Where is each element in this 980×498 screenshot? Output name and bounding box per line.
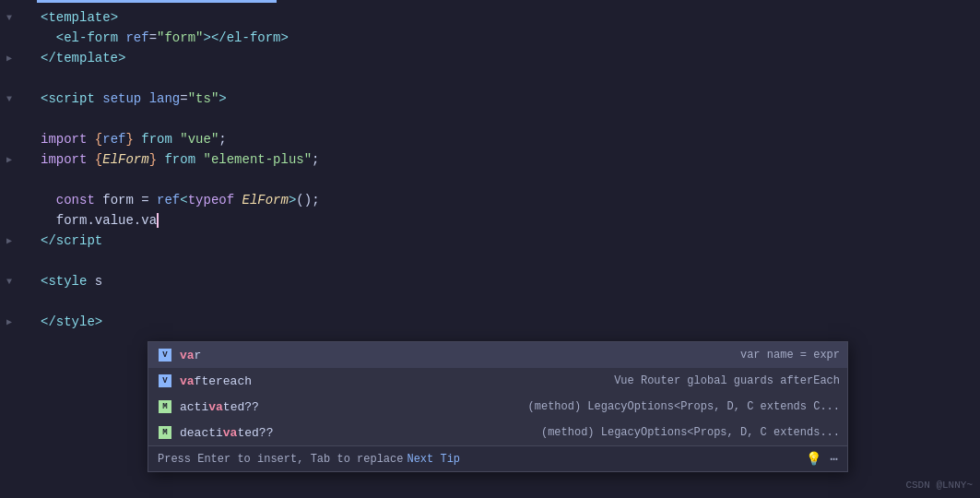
footer-press-text: Press Enter to insert, Tab to replace [158, 453, 403, 466]
code-line-empty [0, 251, 980, 271]
autocomplete-item[interactable]: V var var name = expr [148, 342, 847, 368]
text-cursor [157, 213, 159, 228]
next-tip-button[interactable]: Next Tip [407, 453, 460, 466]
code-line: ▶ </script [0, 231, 980, 251]
autocomplete-item-icon: M [156, 399, 174, 414]
code-content: </template> [37, 48, 125, 68]
autocomplete-item-icon: V [156, 348, 174, 362]
autocomplete-item-icon: V [156, 374, 174, 388]
line-gutter: ▶ [0, 235, 37, 246]
watermark: CSDN @LNNY~ [905, 480, 973, 491]
autocomplete-dropdown: V var var name = expr V vaftereach Vue R… [148, 341, 848, 472]
lightbulb-icon[interactable]: 💡 [805, 450, 823, 468]
code-line: ▼ <template> [0, 7, 980, 28]
autocomplete-item-name: deactivated?? [180, 426, 346, 440]
code-line-empty [0, 170, 980, 190]
code-line: <el-form ref="form"></el-form> [0, 28, 980, 48]
line-gutter: ▼ [0, 93, 37, 104]
fold-icon[interactable]: ▶ [4, 53, 15, 64]
line-gutter: ▼ [0, 276, 37, 287]
autocomplete-footer: Press Enter to insert, Tab to replace Ne… [148, 445, 847, 471]
autocomplete-item-detail: (method) LegacyOptions<Props, D, C exten… [528, 400, 840, 413]
line-gutter: ▼ [0, 12, 37, 23]
code-content: const form = ref<typeof ElForm>(); [37, 190, 320, 210]
fold-icon[interactable]: ▼ [4, 12, 15, 23]
code-content: <template> [37, 7, 118, 28]
code-line: const form = ref<typeof ElForm>(); [0, 190, 980, 210]
code-content: import {ElForm} from "element-plus"; [37, 149, 320, 170]
autocomplete-item-name: activated?? [180, 400, 346, 414]
fold-icon[interactable]: ▼ [4, 276, 15, 287]
autocomplete-item-icon: M [156, 425, 174, 440]
line-gutter: ▶ [0, 316, 37, 327]
editor-area: ▼ <template> <el-form ref="form"></el-fo… [0, 0, 980, 498]
fold-icon[interactable]: ▶ [4, 235, 15, 246]
code-line-empty [0, 291, 980, 312]
code-line: import {ref} from "vue"; [0, 129, 980, 149]
line-gutter: ▶ [0, 154, 37, 165]
code-line: ▼ <script setup lang="ts"> [0, 89, 980, 109]
code-line-empty [0, 68, 980, 89]
autocomplete-item-name: vaftereach [180, 374, 346, 388]
code-content: </style> [37, 312, 102, 332]
code-content: <style s [37, 271, 102, 291]
fold-icon[interactable]: ▶ [4, 154, 15, 165]
line-gutter: ▶ [0, 53, 37, 64]
autocomplete-item-detail: var name = expr [740, 349, 840, 362]
autocomplete-item-detail: (method) LegacyOptions<Props, D, C exten… [541, 426, 840, 439]
code-line: ▼ <style s [0, 271, 980, 291]
autocomplete-item[interactable]: M activated?? (method) LegacyOptions<Pro… [148, 394, 847, 420]
code-content: import {ref} from "vue"; [37, 129, 227, 149]
code-line-cursor: form.value.va [0, 210, 980, 231]
autocomplete-item-detail: Vue Router global guards afterEach [614, 374, 840, 387]
fold-icon[interactable]: ▶ [4, 316, 15, 327]
code-line: ▶ </template> [0, 48, 980, 68]
code-content: <el-form ref="form"></el-form> [37, 28, 289, 48]
code-content: </script [37, 231, 102, 251]
code-content: <script setup lang="ts"> [37, 89, 227, 109]
footer-icons: 💡 ⋯ [805, 450, 838, 468]
code-line: ▶ </style> [0, 312, 980, 332]
code-line: ▶ import {ElForm} from "element-plus"; [0, 149, 980, 170]
fold-icon[interactable]: ▼ [4, 93, 15, 104]
autocomplete-item-name: var [180, 349, 346, 362]
code-content: form.value.va [37, 210, 159, 231]
autocomplete-item[interactable]: M deactivated?? (method) LegacyOptions<P… [148, 420, 847, 445]
code-line-empty [0, 109, 980, 129]
autocomplete-item[interactable]: V vaftereach Vue Router global guards af… [148, 368, 847, 394]
more-options-icon[interactable]: ⋯ [831, 451, 838, 467]
